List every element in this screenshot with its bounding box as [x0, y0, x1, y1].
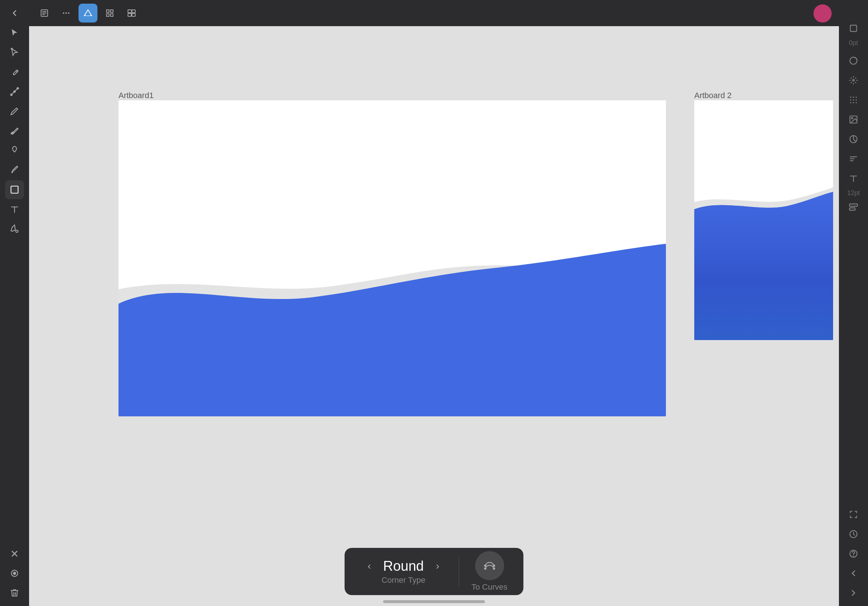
- svg-rect-20: [107, 10, 109, 12]
- brush-icon[interactable]: [844, 71, 863, 90]
- svg-point-48: [484, 568, 486, 569]
- zoom-fit-icon[interactable]: [844, 505, 863, 524]
- svg-point-10: [14, 572, 16, 575]
- svg-point-17: [68, 12, 70, 14]
- corner-next-button[interactable]: ›: [431, 560, 444, 573]
- font-size-label: 12pt: [847, 189, 860, 197]
- svg-point-0: [11, 48, 12, 49]
- to-curves-label: To Curves: [471, 582, 507, 592]
- right-toolbar: 0pt: [839, 0, 868, 606]
- trash-button[interactable]: [5, 583, 24, 602]
- user-avatar[interactable]: [814, 5, 832, 23]
- svg-point-34: [850, 99, 851, 100]
- pencil-tool[interactable]: [5, 102, 24, 121]
- artboard1-label: Artboard1: [118, 91, 154, 100]
- text-tool[interactable]: [5, 200, 24, 219]
- svg-rect-43: [849, 204, 857, 206]
- svg-point-2: [17, 88, 19, 89]
- nav-back-icon[interactable]: [844, 564, 863, 583]
- vector-brush-tool[interactable]: [5, 121, 24, 140]
- svg-rect-27: [132, 14, 135, 16]
- grid-view-button[interactable]: [100, 4, 119, 23]
- affinity-logo[interactable]: [79, 4, 98, 23]
- svg-point-50: [484, 565, 486, 566]
- transform-icon[interactable]: [844, 130, 863, 148]
- more-button[interactable]: [57, 4, 76, 23]
- svg-rect-21: [110, 10, 113, 12]
- back-button[interactable]: [5, 4, 24, 23]
- svg-point-37: [850, 102, 851, 103]
- vertical-divider: [459, 557, 459, 586]
- svg-rect-5: [11, 186, 18, 193]
- text-style-icon[interactable]: [844, 169, 863, 188]
- fx-icon[interactable]: [844, 149, 863, 168]
- scroll-bar[interactable]: [383, 600, 485, 603]
- corner-type-row: ‹ Round ›: [363, 558, 444, 574]
- svg-point-38: [853, 102, 854, 103]
- stroke-icon[interactable]: [844, 19, 863, 38]
- file-button[interactable]: [35, 4, 54, 23]
- close-button[interactable]: [5, 544, 24, 563]
- nav-forward-icon[interactable]: [844, 583, 863, 602]
- svg-rect-24: [128, 10, 132, 13]
- align-icon[interactable]: [844, 198, 863, 216]
- to-curves-button[interactable]: [475, 551, 504, 580]
- export-button[interactable]: [122, 4, 141, 23]
- subselect-tool[interactable]: [5, 43, 24, 62]
- to-curves-section: To Curves: [463, 551, 516, 592]
- svg-point-30: [853, 80, 854, 81]
- shape-tool[interactable]: [5, 180, 24, 199]
- image-icon[interactable]: [844, 110, 863, 129]
- svg-point-32: [853, 97, 854, 98]
- opt-label: 0pt: [849, 39, 858, 47]
- pen-tool[interactable]: [5, 62, 24, 81]
- svg-point-16: [65, 12, 67, 14]
- svg-rect-26: [128, 14, 131, 16]
- svg-point-35: [853, 99, 854, 100]
- artboard2: [694, 100, 833, 340]
- dropper-tool[interactable]: [5, 220, 24, 238]
- bottom-context-bar: ‹ Round › Corner Type To Curves: [344, 548, 524, 595]
- top-toolbar: [29, 0, 839, 26]
- color-wheel-icon[interactable]: [844, 51, 863, 70]
- svg-point-6: [16, 230, 18, 232]
- corner-type-section: ‹ Round › Corner Type: [352, 558, 455, 585]
- svg-rect-44: [849, 208, 855, 210]
- corner-prev-button[interactable]: ‹: [363, 560, 376, 573]
- svg-point-39: [856, 102, 857, 103]
- svg-point-47: [853, 556, 854, 556]
- pointer-tool[interactable]: [5, 23, 24, 42]
- paint-tool[interactable]: [5, 141, 24, 160]
- grid-dots-icon[interactable]: [844, 90, 863, 109]
- help-icon[interactable]: [844, 544, 863, 563]
- svg-point-3: [14, 91, 15, 92]
- artboard1: [118, 100, 666, 416]
- svg-point-49: [493, 568, 494, 569]
- svg-point-15: [63, 12, 64, 14]
- left-toolbar: [0, 0, 29, 606]
- svg-rect-22: [107, 14, 109, 16]
- node-tool[interactable]: [5, 82, 24, 101]
- svg-point-31: [850, 97, 851, 98]
- svg-point-33: [856, 97, 857, 98]
- svg-point-41: [852, 118, 853, 119]
- svg-rect-25: [132, 10, 135, 13]
- eyedropper-tool[interactable]: [5, 161, 24, 179]
- canvas-area: Artboard1 Artboard 2: [29, 26, 839, 606]
- corner-type-value: Round: [382, 558, 425, 574]
- svg-point-4: [11, 172, 13, 173]
- svg-point-51: [493, 565, 494, 566]
- artboard2-label: Artboard 2: [694, 91, 732, 100]
- svg-rect-23: [110, 14, 113, 16]
- node-active-button[interactable]: [5, 564, 24, 583]
- clock-icon[interactable]: [844, 525, 863, 544]
- svg-point-36: [856, 99, 857, 100]
- svg-point-1: [11, 94, 12, 96]
- svg-rect-28: [850, 25, 856, 31]
- corner-type-label: Corner Type: [382, 575, 426, 585]
